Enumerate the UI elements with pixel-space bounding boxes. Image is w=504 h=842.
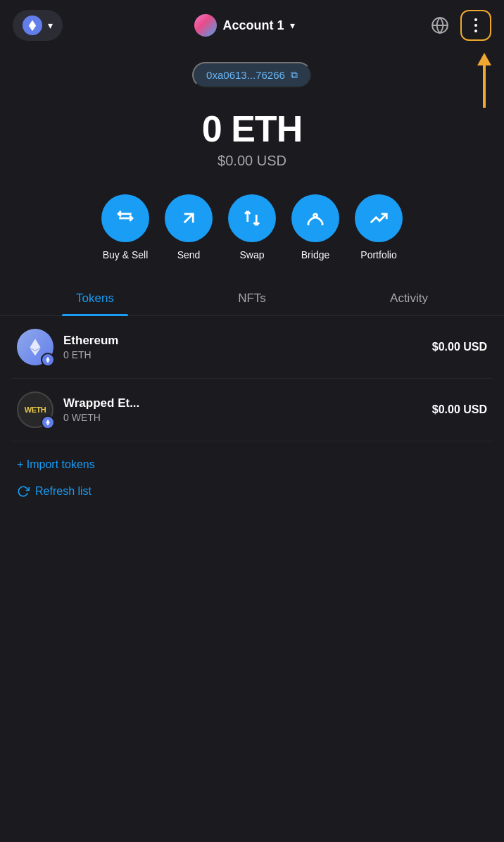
weth-icon-wrap: WETH <box>17 391 53 428</box>
more-options-button[interactable] <box>460 10 491 41</box>
network-button[interactable]: ▾ <box>13 10 63 41</box>
portfolio-button[interactable] <box>355 194 403 242</box>
address-section: 0xa0613...76266 ⧉ <box>0 51 504 94</box>
eth-logo-icon <box>25 337 45 357</box>
token-item-ethereum[interactable]: Ethereum 0 ETH $0.00 USD <box>11 316 493 379</box>
import-tokens-button[interactable]: + Import tokens <box>17 458 487 471</box>
weth-network-badge <box>41 415 55 429</box>
tab-nfts[interactable]: NFTs <box>224 282 280 315</box>
network-icon <box>23 15 42 35</box>
bridge-label: Bridge <box>301 249 329 260</box>
eth-balance: 0 ETH <box>0 108 504 150</box>
buy-sell-label: Buy & Sell <box>103 249 149 260</box>
weth-token-value: $0.00 USD <box>432 403 487 416</box>
action-send[interactable]: Send <box>165 194 213 260</box>
action-swap[interactable]: Swap <box>228 194 276 260</box>
balance-section: 0 ETH $0.00 USD <box>0 94 504 175</box>
token-left-weth: WETH Wrapped Et... 0 WETH <box>17 391 139 428</box>
address-text: 0xa0613...76266 <box>206 69 285 81</box>
account-chevron-icon: ▾ <box>290 20 295 31</box>
weth-token-info: Wrapped Et... 0 WETH <box>63 396 139 423</box>
usd-balance: $0.00 USD <box>0 153 504 169</box>
eth-token-amount: 0 ETH <box>63 349 118 360</box>
bridge-icon <box>305 208 326 229</box>
actions-section: Buy & Sell Send Swap <box>0 175 504 275</box>
tab-tokens[interactable]: Tokens <box>62 282 128 315</box>
account-avatar <box>194 14 217 37</box>
eth-token-value: $0.00 USD <box>432 341 487 353</box>
weth-badge-icon <box>44 419 51 426</box>
network-chevron-icon: ▾ <box>48 20 53 31</box>
portfolio-icon <box>368 208 389 229</box>
import-tokens-label: + Import tokens <box>17 458 95 471</box>
portfolio-label: Portfolio <box>360 249 396 260</box>
weth-token-name: Wrapped Et... <box>63 396 139 410</box>
refresh-icon <box>17 485 30 498</box>
header: ▾ Account 1 ▾ <box>0 0 504 51</box>
header-right-actions <box>427 10 491 41</box>
tabs-section: Tokens NFTs Activity <box>0 282 504 316</box>
buy-sell-icon <box>115 208 136 229</box>
token-left-eth: Ethereum 0 ETH <box>17 329 118 365</box>
three-dots-icon <box>474 18 477 32</box>
account-name-label: Account 1 <box>222 18 284 33</box>
eth-token-info: Ethereum 0 ETH <box>63 334 118 360</box>
refresh-list-label: Refresh list <box>35 485 92 498</box>
svg-line-4 <box>184 214 194 223</box>
send-icon <box>178 208 199 229</box>
token-item-weth[interactable]: WETH Wrapped Et... 0 WETH $0.00 USD <box>11 379 493 441</box>
eth-network-badge <box>41 353 55 367</box>
arrow-shaft <box>483 65 486 108</box>
tab-activity[interactable]: Activity <box>376 282 442 315</box>
import-tokens-section: + Import tokens <box>0 441 504 471</box>
action-portfolio[interactable]: Portfolio <box>355 194 403 260</box>
global-network-button[interactable] <box>427 12 453 39</box>
arrow-annotation <box>477 53 491 108</box>
swap-label: Swap <box>239 249 264 260</box>
copy-icon: ⧉ <box>291 69 298 81</box>
ethereum-network-icon <box>26 19 39 32</box>
swap-button[interactable] <box>228 194 276 242</box>
svg-point-7 <box>314 214 317 218</box>
eth-token-name: Ethereum <box>63 334 118 348</box>
buy-sell-button[interactable] <box>101 194 149 242</box>
eth-badge-icon <box>44 356 51 363</box>
send-label: Send <box>177 249 201 260</box>
refresh-list-section: Refresh list <box>0 471 504 519</box>
send-button[interactable] <box>165 194 213 242</box>
arrow-up-icon <box>477 53 491 65</box>
eth-icon-wrap <box>17 329 53 365</box>
address-copy-button[interactable]: 0xa0613...76266 ⧉ <box>192 62 312 88</box>
token-list: Ethereum 0 ETH $0.00 USD WETH Wrapped Et… <box>0 316 504 441</box>
action-buy-sell[interactable]: Buy & Sell <box>101 194 149 260</box>
weth-token-amount: 0 WETH <box>63 412 139 423</box>
globe-icon <box>431 16 449 34</box>
action-bridge[interactable]: Bridge <box>291 194 339 260</box>
account-selector-button[interactable]: Account 1 ▾ <box>194 14 294 37</box>
bridge-button[interactable] <box>291 194 339 242</box>
swap-icon <box>241 208 263 229</box>
refresh-list-button[interactable]: Refresh list <box>17 485 487 498</box>
